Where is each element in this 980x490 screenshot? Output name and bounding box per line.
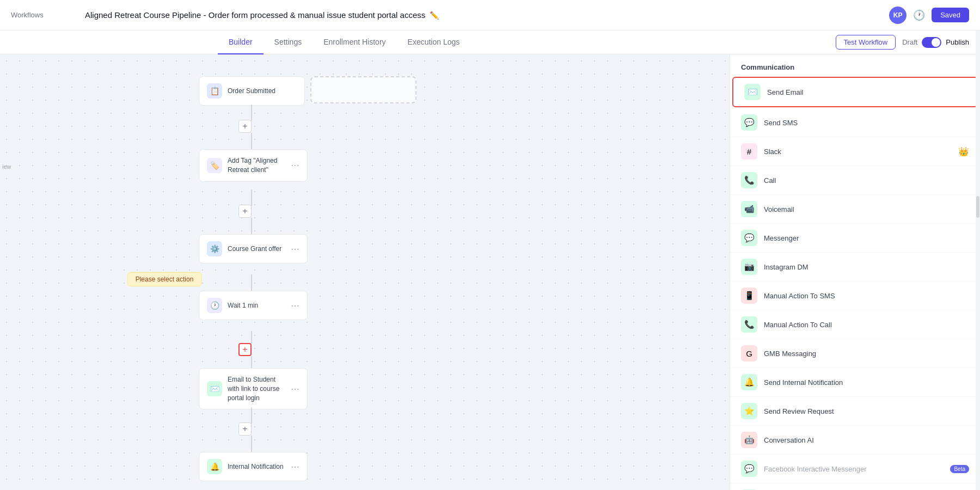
plus-button-3[interactable]: + <box>238 422 252 436</box>
sidebar-item-icon: 📱 <box>741 287 757 304</box>
sidebar-item-icon: 📹 <box>741 201 757 217</box>
sidebar-item-call[interactable]: 📞Call <box>730 166 980 195</box>
node-label: Email to Student with link to course por… <box>228 375 285 402</box>
page-title: Aligned Retreat Course Pipeline - Order … <box>85 10 880 20</box>
select-action-label: Please select action <box>127 272 202 286</box>
scrollbar-thumb <box>976 196 979 218</box>
node-label: Add Tag "Aligned Retreat client" <box>228 156 285 175</box>
connector-7 <box>251 356 252 368</box>
node-add-tag[interactable]: 🏷️ Add Tag "Aligned Retreat client" ⋯ <box>199 149 308 182</box>
sidebar-item-icon: 📞 <box>741 316 757 333</box>
sidebar-item-send-review-request[interactable]: ⭐Send Review Request <box>730 397 980 426</box>
main-area: 📋 Order Submitted + 🏷️ Add Tag "Aligned … <box>0 54 980 490</box>
workflow-canvas[interactable]: 📋 Order Submitted + 🏷️ Add Tag "Aligned … <box>0 54 730 490</box>
node-label: Course Grant offer <box>228 244 285 254</box>
node-menu-icon[interactable]: ⋯ <box>291 462 299 472</box>
sidebar-item-label: Send Internal Notification <box>764 378 969 387</box>
sidebar-item-icon: 💬 <box>741 230 757 246</box>
sidebar-item-label: Send SMS <box>764 119 969 127</box>
tab-execution-logs[interactable]: Execution Logs <box>397 30 471 54</box>
sidebar-item-voicemail[interactable]: 📹Voicemail <box>730 195 980 224</box>
sidebar-item-label: Conversation AI <box>764 436 969 444</box>
sidebar-item-label: Send Review Request <box>764 407 969 415</box>
tab-enrollment-history[interactable]: Enrollment History <box>313 30 396 54</box>
sidebar-item-conversation-ai[interactable]: 🤖Conversation AI <box>730 426 980 455</box>
node-menu-icon[interactable]: ⋯ <box>291 384 299 394</box>
email-icon: ✉️ <box>207 381 222 396</box>
sidebar-item-send-internal-notification[interactable]: 🔔Send Internal Notification <box>730 368 980 397</box>
sidebar-item-icon: ⭐ <box>741 403 757 419</box>
avatar: KP <box>889 7 906 24</box>
sidebar-item-facebook-interactive-messenger[interactable]: 💬Facebook Interactive MessengerBeta <box>730 455 980 483</box>
sidebar-item-label: Messenger <box>764 234 969 242</box>
tabs-right: Test Workflow Draft Publish <box>836 35 969 50</box>
node-label: Internal Notification <box>228 462 285 471</box>
sidebar-item-manual-action-to-call[interactable]: 📞Manual Action To Call <box>730 310 980 339</box>
sidebar-item-manual-action-to-sms[interactable]: 📱Manual Action To SMS <box>730 281 980 310</box>
connector-5 <box>251 274 252 291</box>
node-course-grant[interactable]: ⚙️ Course Grant offer ⋯ <box>199 234 308 264</box>
beta-badge: Beta <box>950 465 969 473</box>
topbar: Workflows Aligned Retreat Course Pipelin… <box>0 0 980 30</box>
sidebar-item-icon: 💬 <box>741 114 757 131</box>
node-icon: 📋 <box>207 83 222 99</box>
left-label: iew <box>2 163 11 170</box>
sidebar-item-icon: ✉️ <box>744 84 761 100</box>
plus-button-1[interactable]: + <box>238 120 252 133</box>
draft-publish-toggle: Draft Publish <box>902 37 969 48</box>
sidebar-item-label: Manual Action To Call <box>764 321 969 329</box>
saved-button[interactable]: Saved <box>932 8 969 22</box>
sidebar-item-icon: # <box>741 143 757 160</box>
sidebar-item-label: Facebook Interactive Messenger <box>764 465 944 473</box>
sidebar-item-send-sms[interactable]: 💬Send SMS <box>730 108 980 137</box>
plus-button-2[interactable]: + <box>238 205 252 218</box>
sidebar-item-icon: 📞 <box>741 172 757 188</box>
right-sidebar: Communication ✉️Send Email💬Send SMS#Slac… <box>730 54 980 490</box>
sidebar-items-list: ✉️Send Email💬Send SMS#Slack👑📞Call📹Voicem… <box>730 76 980 490</box>
sidebar-item-icon: 💬 <box>741 461 757 477</box>
connector-9 <box>251 436 252 452</box>
node-internal-notification[interactable]: 🔔 Internal Notification ⋯ <box>199 452 308 481</box>
publish-toggle[interactable] <box>922 37 941 48</box>
sidebar-item-instagram-interactive-messenger[interactable]: 📷Instagram Interactive MessengerBeta <box>730 483 980 490</box>
sidebar-item-label: Call <box>764 176 969 185</box>
node-menu-icon[interactable]: ⋯ <box>291 244 299 254</box>
node-order-submitted[interactable]: 📋 Order Submitted <box>199 76 305 106</box>
node-label: Wait 1 min <box>228 301 285 310</box>
sidebar-item-gmb-messaging[interactable]: GGMB Messaging <box>730 339 980 368</box>
sidebar-item-slack[interactable]: #Slack👑 <box>730 137 980 166</box>
sidebar-item-label: GMB Messaging <box>764 350 969 358</box>
connector-6 <box>251 331 252 343</box>
edit-title-icon[interactable]: ✏️ <box>430 11 439 20</box>
tab-builder[interactable]: Builder <box>218 30 264 54</box>
wait-icon: 🕐 <box>207 298 222 313</box>
connector-3 <box>251 189 252 206</box>
sidebar-section-title: Communication <box>730 54 980 76</box>
connector-8 <box>251 407 252 424</box>
plus-button-highlighted[interactable]: + <box>238 343 252 356</box>
crown-icon: 👑 <box>958 146 969 157</box>
sidebar-item-icon: 🤖 <box>741 432 757 448</box>
node-menu-icon[interactable]: ⋯ <box>291 160 299 170</box>
sidebar-item-label: Instagram DM <box>764 263 969 271</box>
test-workflow-button[interactable]: Test Workflow <box>836 35 896 50</box>
dashed-node[interactable] <box>310 76 416 103</box>
node-email-student[interactable]: ✉️ Email to Student with link to course … <box>199 368 308 409</box>
tab-settings[interactable]: Settings <box>264 30 313 54</box>
sidebar-item-label: Voicemail <box>764 205 969 213</box>
course-grant-icon: ⚙️ <box>207 241 222 256</box>
scrollbar[interactable] <box>976 54 980 490</box>
sidebar-item-icon: G <box>741 345 757 362</box>
tag-icon: 🏷️ <box>207 158 222 173</box>
topbar-right: KP 🕐 Saved <box>889 7 969 24</box>
sidebar-item-messenger[interactable]: 💬Messenger <box>730 224 980 253</box>
sidebar-item-send-email[interactable]: ✉️Send Email <box>732 77 978 107</box>
sidebar-item-instagram-dm[interactable]: 📷Instagram DM <box>730 253 980 281</box>
sidebar-item-label: Slack <box>764 148 952 156</box>
history-icon[interactable]: 🕐 <box>913 9 925 21</box>
node-wait[interactable]: 🕐 Wait 1 min ⋯ <box>199 291 308 320</box>
breadcrumb[interactable]: Workflows <box>11 11 76 19</box>
sidebar-item-label: Manual Action To SMS <box>764 292 969 300</box>
node-menu-icon[interactable]: ⋯ <box>291 301 299 311</box>
sidebar-item-icon: 🔔 <box>741 374 757 390</box>
